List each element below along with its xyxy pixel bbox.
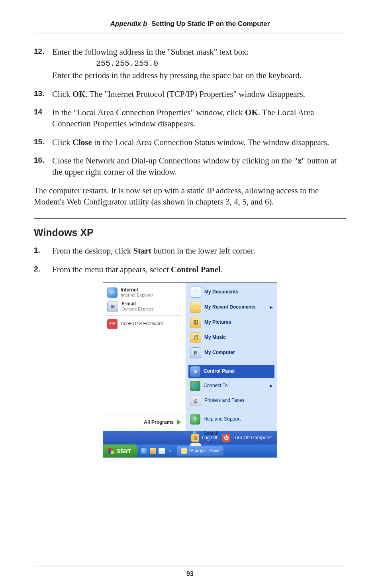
step-number: 13. <box>34 88 52 100</box>
step-xp-2: 2. From the menu that appears, select Co… <box>34 264 346 275</box>
step-number: 1. <box>34 245 52 256</box>
step-14: 14 In the "Local Area Connection Propert… <box>34 107 346 130</box>
section-heading: Windows XP <box>34 226 346 240</box>
footer-rule <box>34 566 346 566</box>
my-pictures-icon: 🖼 <box>190 317 201 328</box>
page-number: 93 <box>0 570 380 578</box>
start-item-connect-to[interactable]: 🌐 Connect To ▶ <box>188 379 274 393</box>
help-icon: ? <box>190 414 200 425</box>
screenshot-wrap: e Internet Internet Explorer ✉ E-mail Ou… <box>34 282 346 458</box>
start-item-email[interactable]: ✉ E-mail Outlook Express <box>106 299 183 314</box>
header-title: Setting Up Static IP on the Computer <box>151 20 270 28</box>
submenu-arrow-icon: ▶ <box>270 383 273 389</box>
all-programs-button[interactable]: All Programs <box>106 415 183 429</box>
step-text: Click Close in the Local Area Connection… <box>52 137 346 148</box>
step-number: 12. <box>34 46 52 81</box>
all-programs-arrow-icon <box>177 419 181 425</box>
start-item-recent-documents[interactable]: 📁 My Recent Documents ▶ <box>188 300 274 315</box>
log-off-icon: ⍈ <box>191 434 199 442</box>
step-xp-1: 1. From the desktop, click Start button … <box>34 245 346 256</box>
body-text: 12. Enter the following address in the "… <box>34 46 346 458</box>
printers-icon: 🖨 <box>190 395 201 406</box>
step-number: 16. <box>34 155 52 178</box>
separator <box>106 315 182 316</box>
outlook-express-icon: ✉ <box>107 301 118 312</box>
step-number: 14 <box>34 107 52 130</box>
steps-xp: 1. From the desktop, click Start button … <box>34 245 346 275</box>
start-item-internet[interactable]: e Internet Internet Explorer <box>106 286 183 299</box>
internet-explorer-icon: e <box>107 287 118 298</box>
windows-flag-icon <box>108 448 114 454</box>
connect-to-icon: 🌐 <box>190 381 200 391</box>
step-text: Close the Network and Dial-up Connection… <box>52 155 346 178</box>
log-off-button[interactable]: ⍈ Log Off <box>191 434 217 442</box>
quick-launch-chevron-icon[interactable]: » <box>167 448 173 454</box>
control-panel-icon: ⚙ <box>190 366 200 377</box>
step-15: 15. Click Close in the Local Area Connec… <box>34 137 346 148</box>
start-menu-left-column: e Internet Internet Explorer ✉ E-mail Ou… <box>103 283 186 431</box>
submenu-arrow-icon: ▶ <box>270 305 273 310</box>
taskbar-task-button[interactable]: IP props - Paint <box>177 446 223 456</box>
header-rule <box>34 33 346 33</box>
appendix-label: Appendix b <box>110 20 147 28</box>
recent-documents-icon: 📁 <box>190 302 201 313</box>
quick-launch-paint-icon[interactable] <box>159 448 165 454</box>
my-documents-icon: 📄 <box>190 287 201 298</box>
start-item-printers[interactable]: 🖨 Printers and Faxes <box>188 393 274 408</box>
subnet-code: 255.255.255.0 <box>96 58 346 69</box>
xp-start-menu-screenshot: e Internet Internet Explorer ✉ E-mail Ou… <box>103 282 277 458</box>
closing-paragraph: The computer restarts. It is now set up … <box>34 185 346 208</box>
start-item-help[interactable]: ? Help and Support <box>188 413 274 426</box>
my-music-icon: 🎵 <box>190 332 201 343</box>
step-text: From the menu that appears, select Contr… <box>52 264 346 275</box>
paint-icon <box>181 448 187 454</box>
turn-off-button[interactable]: ⏻ Turn Off Computer <box>222 434 272 442</box>
page-footer: 93 <box>0 566 380 578</box>
start-item-control-panel[interactable]: ⚙ Control Panel <box>188 365 274 378</box>
step-12: 12. Enter the following address in the "… <box>34 46 346 81</box>
start-item-my-music[interactable]: 🎵 My Music <box>188 330 274 345</box>
step-text: In the "Local Area Connection Properties… <box>52 107 346 130</box>
quick-launch: » <box>138 448 176 454</box>
power-icon: ⏻ <box>222 434 230 442</box>
step-text: Click OK. The "Internet Protocol (TCP/IP… <box>52 88 346 100</box>
my-computer-icon: 🖥 <box>190 347 201 358</box>
quick-launch-ie-icon[interactable] <box>141 448 147 454</box>
step-text: From the desktop, click Start button in … <box>52 245 346 256</box>
section-rule <box>34 218 346 219</box>
start-item-my-pictures[interactable]: 🖼 My Pictures <box>188 315 274 330</box>
start-button[interactable]: start <box>103 444 138 457</box>
start-item-my-computer[interactable]: 🖥 My Computer <box>188 346 274 360</box>
document-page: Appendix b Setting Up Static IP on the C… <box>0 0 380 588</box>
quick-launch-explorer-icon[interactable] <box>150 448 156 454</box>
start-item-my-documents[interactable]: 📄 My Documents <box>188 285 274 299</box>
step-text: Enter the following address in the "Subn… <box>52 46 346 81</box>
step-13: 13. Click OK. The "Internet Protocol (TC… <box>34 88 346 100</box>
steps-continued: 12. Enter the following address in the "… <box>34 46 346 178</box>
step-16: 16. Close the Network and Dial-up Connec… <box>34 155 346 178</box>
start-item-aceftp[interactable]: FTP AceFTP 3 Freeware <box>106 317 183 331</box>
aceftp-icon: FTP <box>107 319 118 329</box>
step-number: 15. <box>34 137 52 148</box>
start-menu-right-column: 📄 My Documents 📁 My Recent Documents ▶ 🖼… <box>186 283 277 431</box>
running-head: Appendix b Setting Up Static IP on the C… <box>34 20 346 28</box>
step-number: 2. <box>34 264 52 275</box>
